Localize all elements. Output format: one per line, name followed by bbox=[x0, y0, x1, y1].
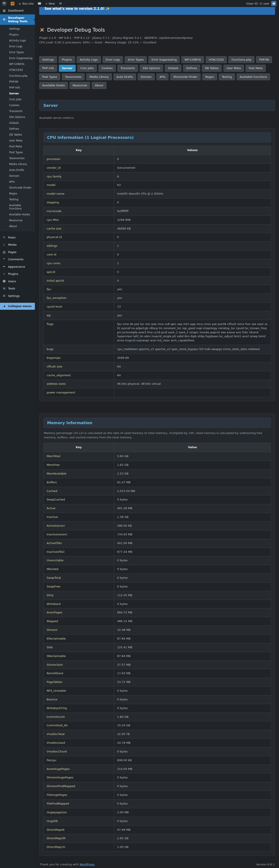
sidebar-subitem-wp-config[interactable]: WP-CONFIG bbox=[0, 61, 35, 67]
tab-error-logs[interactable]: Error Logs bbox=[103, 56, 123, 63]
debug-tools-admin-bar-item[interactable]: ⚒ bbox=[8, 0, 17, 7]
wordpress-logo[interactable]: W bbox=[0, 0, 8, 7]
wordpress-link[interactable]: WordPress bbox=[80, 863, 94, 866]
collapse-menu-button[interactable]: ◀ Collapse menu bbox=[0, 303, 35, 310]
tab-wp-config[interactable]: WP-CONFIG bbox=[181, 56, 204, 63]
tab-available-hooks[interactable]: Available Hooks bbox=[39, 82, 68, 89]
tab-resources[interactable]: Resources bbox=[69, 82, 90, 89]
tab-taxonomies[interactable]: Taxonomies bbox=[62, 73, 85, 81]
table-row: CommitLimit1.80 GB bbox=[43, 713, 271, 721]
sidebar-subitem-error-types[interactable]: Error Types bbox=[0, 50, 35, 55]
sidebar-subitem-taxonomies[interactable]: Taxonomies bbox=[0, 155, 35, 161]
comments-menu[interactable] bbox=[36, 0, 43, 7]
sidebar-subitem-functions-php[interactable]: Functions.php bbox=[0, 73, 35, 79]
sidebar-item-comments[interactable]: ❞Comments bbox=[0, 256, 35, 263]
sidebar-item-plugins[interactable]: ⚡Plugins bbox=[0, 271, 35, 278]
tab-domain[interactable]: Domain bbox=[138, 73, 155, 81]
sidebar-subitem-error-logs[interactable]: Error Logs bbox=[0, 43, 35, 50]
sidebar-item-media[interactable]: ♪Media bbox=[0, 241, 35, 249]
tab-plugins[interactable]: Plugins bbox=[59, 56, 75, 63]
tab-shortcode-finder[interactable]: Shortcode Finder bbox=[170, 73, 200, 81]
tab-cookies[interactable]: Cookies bbox=[98, 65, 116, 72]
tab-php-ini[interactable]: PHP.INI bbox=[256, 56, 272, 63]
tab-testing[interactable]: Testing bbox=[219, 73, 235, 81]
sidebar-subitem-about[interactable]: About bbox=[0, 223, 35, 229]
mail-menu[interactable]: ✉ bbox=[57, 0, 64, 7]
sidebar-subitem-regex[interactable]: Regex bbox=[0, 191, 35, 197]
tab-site-options[interactable]: Site Options bbox=[140, 65, 163, 72]
tab-defines[interactable]: Defines bbox=[183, 65, 200, 72]
key-cell: Buffers bbox=[43, 478, 114, 487]
sidebar-subitem-resources[interactable]: Resources bbox=[0, 218, 35, 223]
sidebar-subitem-post-meta[interactable]: Post Meta bbox=[0, 144, 35, 150]
tab-post-types[interactable]: Post Types bbox=[39, 73, 60, 81]
table-row: DirectMap4k97.99 MB bbox=[43, 826, 271, 834]
sidebar-subitem-server[interactable]: Server bbox=[0, 91, 35, 97]
sidebar-subitem-auto-drafts[interactable]: Auto-Drafts bbox=[0, 167, 35, 173]
comments-icon: ❞ bbox=[2, 258, 6, 261]
sidebar-subitem-available-functions[interactable]: Available Functions bbox=[0, 203, 35, 212]
tab-error-suppressing[interactable]: Error Suppressing bbox=[149, 56, 180, 63]
sidebar-subitem-user-meta[interactable]: User Meta bbox=[0, 138, 35, 144]
user-account-label[interactable]: (User ID: 1) user bbox=[246, 2, 270, 5]
sidebar-item-posts[interactable]: ✎Posts bbox=[0, 234, 35, 241]
avatar[interactable]: ☻ bbox=[271, 1, 276, 6]
site-name-menu[interactable]: ⌂ Test site bbox=[17, 0, 36, 7]
sidebar-item-dashboard[interactable]: ▦ Dashboard bbox=[0, 7, 35, 14]
tab-settings[interactable]: Settings bbox=[39, 56, 57, 63]
sidebar-subitem-plugins[interactable]: Plugins bbox=[0, 32, 35, 38]
sidebar-subitem-available-hooks[interactable]: Available Hooks bbox=[0, 212, 35, 218]
tab-php-info[interactable]: PHP Info bbox=[39, 65, 57, 72]
tab-server[interactable]: Server bbox=[59, 65, 75, 72]
sidebar-subitem-domain[interactable]: Domain bbox=[0, 173, 35, 179]
sidebar-subitem-media-library[interactable]: Media Library bbox=[0, 161, 35, 167]
sidebar-subitem-activity-logs[interactable]: Activity Logs bbox=[0, 38, 35, 43]
value-cell: 1.38 GB bbox=[114, 513, 271, 522]
tab-available-functions[interactable]: Available Functions bbox=[237, 73, 270, 81]
key-cell: PageTables bbox=[43, 678, 114, 687]
sidebar-item-label: Media bbox=[8, 243, 17, 247]
sidebar-subitem-site-options[interactable]: Site Options bbox=[0, 114, 35, 120]
sidebar-item-tools[interactable]: ⚒Tools bbox=[0, 285, 35, 292]
tab-cron-jobs[interactable]: Cron Jobs bbox=[78, 65, 97, 72]
sidebar-subitem-cron-jobs[interactable]: Cron Jobs bbox=[0, 97, 35, 102]
sidebar-subitem-settings[interactable]: Settings bbox=[0, 26, 35, 32]
sidebar-subitem-php-ini[interactable]: PHP.INI bbox=[0, 79, 35, 85]
sidebar-subitem-globals[interactable]: Globals bbox=[0, 120, 35, 126]
tab-globals[interactable]: Globals bbox=[165, 65, 181, 72]
tab-media-library[interactable]: Media Library bbox=[86, 73, 112, 81]
tab-error-types[interactable]: Error Types bbox=[125, 56, 147, 63]
sidebar-item-settings[interactable]: ⚙Settings bbox=[0, 292, 35, 300]
tab-about[interactable]: About bbox=[92, 82, 106, 89]
tab-user-meta[interactable]: User Meta bbox=[223, 65, 244, 72]
tab-activity-logs[interactable]: Activity Logs bbox=[77, 56, 101, 63]
sidebar-item-users[interactable]: ☻Users bbox=[0, 278, 35, 285]
tab-functions-php[interactable]: Functions.php bbox=[228, 56, 254, 63]
tab-apis[interactable]: APIs bbox=[156, 73, 168, 81]
sidebar-subitem-post-types[interactable]: Post Types bbox=[0, 150, 35, 155]
table-row: vendor_idGenuineIntel bbox=[43, 163, 271, 172]
sidebar-subitem-db-tables[interactable]: DB Tables bbox=[0, 132, 35, 138]
sidebar-item-pages[interactable]: ▤Pages bbox=[0, 248, 35, 256]
sidebar-subitem-php-info[interactable]: PHP Info bbox=[0, 85, 35, 91]
tab-transients[interactable]: Transients bbox=[118, 65, 138, 72]
sidebar-subitem-cookies[interactable]: Cookies bbox=[0, 102, 35, 108]
key-cell: VmallocChunk bbox=[43, 747, 114, 756]
sidebar-subitem-htaccess[interactable]: HTACCESS bbox=[0, 67, 35, 73]
sidebar-subitem-transients[interactable]: Transients bbox=[0, 108, 35, 114]
key-cell: Dirty bbox=[43, 591, 114, 600]
tab-htaccess[interactable]: HTACCESS bbox=[206, 56, 227, 63]
sidebar-subitem-shortcode-finder[interactable]: Shortcode Finder bbox=[0, 185, 35, 191]
sidebar-subitem-error-suppressing[interactable]: Error Suppressing bbox=[0, 55, 35, 61]
value-cell: 87.84 MB bbox=[114, 634, 271, 643]
sidebar-item-appearance[interactable]: ✒Appearance bbox=[0, 263, 35, 271]
new-content-menu[interactable]: + New bbox=[43, 0, 57, 7]
sidebar-item-developer-debug-tools[interactable]: ⚙ Developer Debug Tools bbox=[0, 14, 35, 25]
tab-auto-drafts[interactable]: Auto-Drafts bbox=[114, 73, 136, 81]
sidebar-subitem-testing[interactable]: Testing bbox=[0, 197, 35, 203]
tab-regex[interactable]: Regex bbox=[202, 73, 217, 81]
tab-db-tables[interactable]: DB Tables bbox=[202, 65, 222, 72]
tab-post-meta[interactable]: Post Meta bbox=[246, 65, 266, 72]
sidebar-subitem-apis[interactable]: APIs bbox=[0, 179, 35, 185]
sidebar-subitem-defines[interactable]: Defines bbox=[0, 126, 35, 132]
